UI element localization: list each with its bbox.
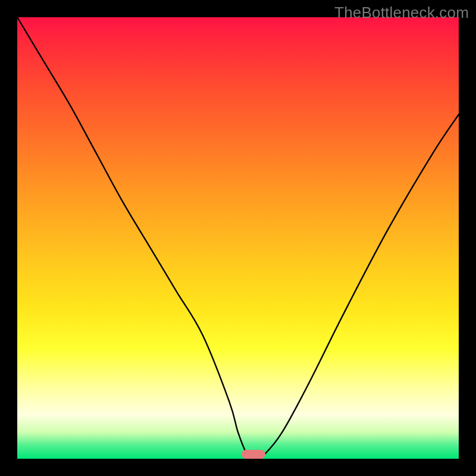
bottleneck-curve (17, 17, 459, 459)
watermark-text: TheBottleneck.com (334, 4, 469, 22)
optimal-marker (242, 450, 265, 459)
plot-area (17, 17, 459, 459)
